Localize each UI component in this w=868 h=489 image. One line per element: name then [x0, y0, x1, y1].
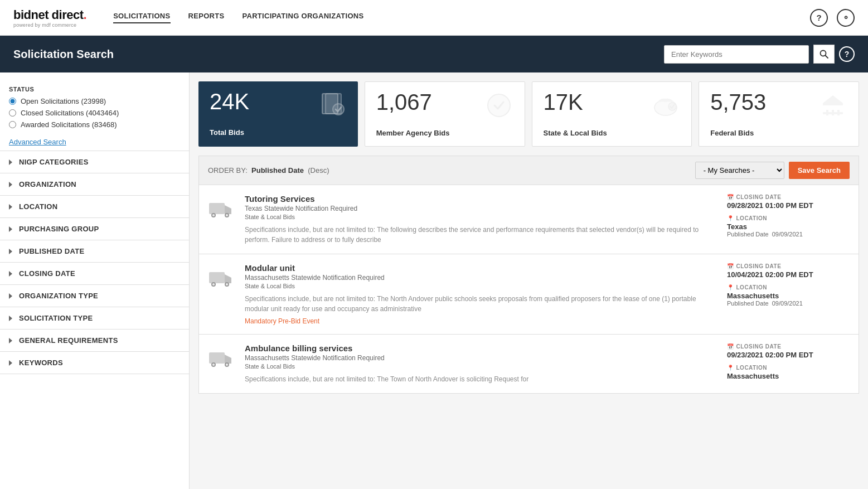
- chevron-right-icon: [9, 249, 12, 254]
- svg-rect-26: [209, 352, 225, 364]
- result-item: Tutoring Services Texas Statewide Notifi…: [199, 185, 859, 254]
- result-desc: Specifications include, but are not limi…: [245, 225, 718, 245]
- sidebar-item-published-date[interactable]: PUBLISHED DATE: [0, 240, 189, 263]
- calendar-icon: 📅: [727, 343, 734, 350]
- member-bids-icon: [484, 91, 513, 124]
- sidebar-item-solicitation-type-label: SOLICITATION TYPE: [19, 314, 93, 322]
- stat-card-member-bids[interactable]: 1,067 Member Agency Bids: [365, 81, 525, 147]
- svg-rect-20: [209, 272, 225, 283]
- result-category: State & Local Bids: [245, 214, 718, 220]
- nav-reports[interactable]: REPORTS: [188, 12, 225, 23]
- svg-point-4: [333, 104, 344, 115]
- result-desc: Specifications include, but are not limi…: [245, 294, 718, 314]
- stat-card-federal-bids[interactable]: 5,753 Federal Bids: [699, 81, 859, 147]
- status-option-awarded-label: Awarded Solicitations (83468): [21, 120, 117, 129]
- top-navigation: bidnet direct. powered by mdf commerce S…: [0, 0, 868, 36]
- svg-point-24: [212, 283, 215, 285]
- result-subtitle: Massachusetts Statewide Notification Req…: [245, 274, 718, 282]
- status-option-open[interactable]: Open Solicitations (23998): [9, 97, 180, 105]
- status-option-closed[interactable]: Closed Solicitations (4043464): [9, 109, 180, 117]
- main-layout: STATUS Open Solicitations (23998) Closed…: [0, 72, 868, 489]
- sidebar-item-org-label: ORGANIZATION: [19, 180, 76, 188]
- keyword-search-button[interactable]: [813, 45, 835, 64]
- status-radio-open[interactable]: [9, 98, 16, 105]
- status-option-open-label: Open Solicitations (23998): [21, 97, 106, 105]
- chevron-right-icon: [9, 360, 12, 366]
- my-searches-select[interactable]: - My Searches -: [695, 162, 784, 179]
- result-body: Ambulance billing services Massachusetts…: [245, 343, 718, 384]
- nav-links: SOLICITATIONS REPORTS PARTICIPATING ORGA…: [113, 12, 810, 23]
- location-icon: 📍: [727, 365, 734, 371]
- truck-icon: [208, 346, 232, 370]
- calendar-icon: 📅: [727, 263, 734, 269]
- save-search-button[interactable]: Save Search: [789, 162, 850, 179]
- chevron-right-icon: [9, 271, 12, 277]
- result-desc: Specifications include, but are not limi…: [245, 374, 718, 384]
- result-title[interactable]: Ambulance billing services: [245, 343, 718, 353]
- keyword-search-input[interactable]: [664, 45, 809, 64]
- location-icon: 📍: [727, 284, 734, 291]
- svg-point-5: [488, 94, 510, 117]
- result-title[interactable]: Modular unit: [245, 263, 718, 273]
- result-icon: [208, 263, 236, 325]
- search-header-help-icon[interactable]: ?: [839, 46, 855, 62]
- search-header-right: ?: [664, 45, 855, 64]
- stat-card-top: 17K: [544, 91, 681, 124]
- result-title[interactable]: Tutoring Services: [245, 194, 718, 204]
- chevron-right-icon: [9, 293, 12, 299]
- sidebar-item-organization[interactable]: ORGANIZATION: [0, 173, 189, 196]
- sidebar-item-solicitation-type[interactable]: SOLICITATION TYPE: [0, 307, 189, 330]
- sidebar-item-nigp-categories[interactable]: NIGP CATEGORIES: [0, 151, 189, 173]
- advanced-search-link[interactable]: Advanced Search: [0, 135, 189, 151]
- result-meta: 📅 CLOSING DATE 09/28/2021 01:00 PM EDT 📍…: [727, 194, 850, 245]
- result-category: State & Local Bids: [245, 363, 718, 370]
- sidebar-item-org-type[interactable]: ORGANIZATION TYPE: [0, 285, 189, 307]
- stat-label-state-bids: State & Local Bids: [544, 129, 681, 137]
- sidebar: STATUS Open Solicitations (23998) Closed…: [0, 72, 190, 489]
- location-label: 📍 LOCATION: [727, 215, 803, 221]
- sidebar-item-general-requirements[interactable]: GENERAL REQUIREMENTS: [0, 330, 189, 352]
- sidebar-item-closing-date[interactable]: CLOSING DATE: [0, 263, 189, 285]
- closing-date-value: 09/23/2021 02:00 PM EDT: [727, 351, 813, 359]
- sidebar-item-nigp-label: NIGP CATEGORIES: [19, 158, 89, 166]
- chevron-right-icon: [9, 226, 12, 232]
- chevron-right-icon: [9, 338, 12, 343]
- nav-participating-organizations[interactable]: PARTICIPATING ORGANIZATIONS: [242, 12, 363, 23]
- svg-marker-21: [225, 274, 231, 283]
- stat-card-total-bids[interactable]: 24K Total Bids: [198, 81, 358, 147]
- result-item: Ambulance billing services Massachusetts…: [199, 335, 859, 393]
- closing-date-label: 📅 CLOSING DATE: [727, 263, 813, 269]
- stat-card-state-local-bids[interactable]: 17K State & Local Bids: [532, 81, 692, 147]
- sidebar-item-location-label: LOCATION: [19, 202, 57, 211]
- sidebar-item-published-label: PUBLISHED DATE: [19, 247, 84, 255]
- closing-date-block: 📅 CLOSING DATE 10/04/2021 02:00 PM EDT: [727, 263, 813, 279]
- help-icon-btn[interactable]: ?: [810, 9, 828, 27]
- result-meta: 📅 CLOSING DATE 09/23/2021 02:00 PM EDT 📍…: [727, 343, 850, 384]
- status-radio-closed[interactable]: [9, 109, 16, 117]
- sidebar-item-purchasing-group[interactable]: PURCHASING GROUP: [0, 218, 189, 240]
- svg-rect-14: [209, 203, 225, 214]
- status-option-awarded[interactable]: Awarded Solicitations (83468): [9, 120, 180, 129]
- svg-point-19: [226, 214, 228, 216]
- svg-line-1: [826, 56, 828, 59]
- nav-solicitations[interactable]: SOLICITATIONS: [113, 12, 170, 23]
- nav-icons: ? ⚬: [810, 9, 855, 27]
- stat-number-total-bids: 24K: [210, 90, 249, 113]
- order-bar: ORDER BY: Published Date (Desc) - My Sea…: [198, 156, 859, 185]
- mandatory-pre-bid[interactable]: Mandatory Pre-Bid Event: [245, 317, 718, 325]
- truck-icon: [208, 196, 232, 221]
- result-meta: 📅 CLOSING DATE 10/04/2021 02:00 PM EDT 📍…: [727, 263, 850, 325]
- status-label: STATUS: [0, 81, 189, 95]
- sidebar-item-location[interactable]: LOCATION: [0, 196, 189, 218]
- closing-date-block: 📅 CLOSING DATE 09/23/2021 02:00 PM EDT: [727, 343, 813, 359]
- search-header: Solicitation Search ?: [0, 36, 868, 72]
- location-icon: 📍: [727, 215, 734, 221]
- order-by-field: Published Date: [251, 166, 304, 175]
- result-icon: [208, 194, 236, 245]
- status-radio-awarded[interactable]: [9, 121, 16, 128]
- status-option-closed-label: Closed Solicitations (4043464): [21, 109, 119, 117]
- sidebar-item-keywords[interactable]: KEYWORDS: [0, 352, 189, 374]
- location-value: Massachusetts: [727, 292, 803, 300]
- location-block: 📍 LOCATION Texas Published Date 09/09/20…: [727, 215, 803, 238]
- user-icon-btn[interactable]: ⚬: [837, 9, 855, 27]
